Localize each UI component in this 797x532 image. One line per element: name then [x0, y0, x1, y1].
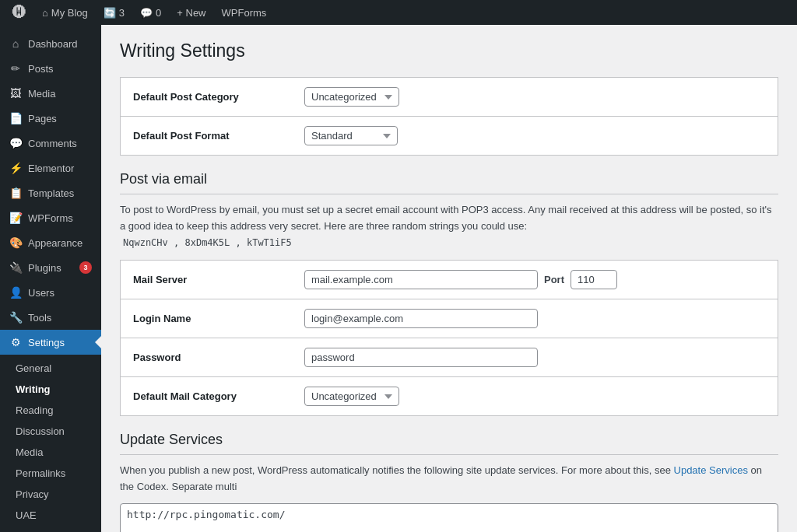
mail-server-input-group: Port	[304, 270, 765, 289]
sidebar-item-templates[interactable]: 📋 Templates	[0, 180, 101, 205]
updates-icon: 🔄	[104, 7, 116, 19]
update-services-textarea[interactable]: http://rpc.pingomatic.com/	[120, 503, 778, 532]
port-label: Port	[544, 274, 564, 285]
sidebar-item-settings[interactable]: ⚙ Settings	[0, 330, 101, 355]
comments-nav-icon: 💬	[9, 137, 22, 149]
default-post-category-select[interactable]: Uncategorized	[304, 87, 399, 107]
update-services-description: When you publish a new post, WordPress a…	[120, 463, 778, 495]
login-name-field	[304, 309, 765, 328]
submenu-reading[interactable]: Reading	[0, 400, 101, 421]
sidebar-item-posts[interactable]: ✏ Posts	[0, 56, 101, 81]
post-via-email-description: To post to WordPress by email, you must …	[120, 202, 778, 250]
default-mail-category-label: Default Mail Category	[133, 390, 304, 402]
posts-icon: ✏	[9, 62, 22, 75]
settings-arrow	[95, 336, 101, 348]
templates-icon: 📋	[9, 187, 22, 199]
login-name-input[interactable]	[304, 309, 538, 328]
sidebar-item-users[interactable]: 👤 Users	[0, 280, 101, 305]
sidebar-item-dashboard[interactable]: ⌂ Dashboard	[0, 31, 101, 56]
submenu-permalinks[interactable]: Permalinks	[0, 463, 101, 484]
mail-server-row: Mail Server Port	[120, 260, 778, 299]
plugins-icon: 🔌	[9, 261, 22, 274]
password-field	[304, 348, 765, 367]
sidebar-item-plugins[interactable]: 🔌 Plugins 3	[0, 255, 101, 280]
site-icon: ⌂	[42, 7, 48, 19]
post-via-email-title: Post via email	[120, 171, 778, 194]
main-content: Writing Settings Default Post Category U…	[101, 25, 797, 532]
submenu-discussion[interactable]: Discussion	[0, 421, 101, 442]
submenu-uae[interactable]: UAE	[0, 505, 101, 526]
adminbar-wp-logo[interactable]: 🅦	[6, 0, 33, 25]
submenu-media[interactable]: Media	[0, 442, 101, 463]
update-services-title: Update Services	[120, 432, 778, 455]
adminbar-comments[interactable]: 💬 0	[134, 0, 167, 25]
sidebar-item-appearance[interactable]: 🎨 Appearance	[0, 230, 101, 255]
adminbar-new[interactable]: + New	[170, 0, 212, 25]
pages-icon: 📄	[9, 112, 22, 124]
default-mail-category-row: Default Mail Category Uncategorized	[120, 376, 778, 416]
update-services-link[interactable]: Update Services	[674, 464, 748, 476]
sidebar-item-wpforms[interactable]: 📝 WPForms	[0, 205, 101, 230]
users-icon: 👤	[9, 286, 22, 299]
plugins-badge: 3	[79, 261, 92, 274]
adminbar-site-name[interactable]: ⌂ My Blog	[36, 0, 94, 25]
port-input[interactable]	[571, 270, 617, 289]
wp-logo-icon: 🅦	[12, 5, 26, 21]
sidebar: ⌂ Dashboard ✏ Posts 🖼 Media 📄 Pages 💬 Co…	[0, 25, 101, 532]
appearance-icon: 🎨	[9, 236, 22, 249]
admin-bar: 🅦 ⌂ My Blog 🔄 3 💬 0 + New WPForms	[0, 0, 797, 25]
mail-server-input[interactable]	[304, 270, 538, 289]
password-label: Password	[133, 352, 304, 363]
mail-server-field: Port	[304, 270, 765, 289]
settings-icon: ⚙	[9, 336, 22, 348]
default-post-category-label: Default Post Category	[133, 91, 304, 103]
sidebar-item-comments[interactable]: 💬 Comments	[0, 131, 101, 156]
password-input[interactable]	[304, 348, 538, 367]
sidebar-item-elementor[interactable]: ⚡ Elementor	[0, 156, 101, 180]
submenu-general[interactable]: General	[0, 358, 101, 379]
comments-icon: 💬	[140, 7, 153, 19]
settings-submenu: General Writing Reading Discussion Media…	[0, 355, 101, 529]
submenu-privacy[interactable]: Privacy	[0, 484, 101, 505]
default-post-format-field: Standard Aside Gallery Link Image Quote …	[304, 126, 765, 145]
login-name-label: Login Name	[133, 313, 304, 324]
default-post-format-label: Default Post Format	[133, 130, 304, 142]
login-name-row: Login Name	[120, 299, 778, 338]
default-mail-category-field: Uncategorized	[304, 387, 765, 406]
adminbar-wpforms[interactable]: WPForms	[216, 0, 273, 25]
default-post-category-field: Uncategorized	[304, 87, 765, 107]
adminbar-updates[interactable]: 🔄 3	[97, 0, 131, 25]
sidebar-item-pages[interactable]: 📄 Pages	[0, 106, 101, 131]
mail-server-label: Mail Server	[133, 274, 304, 285]
default-post-format-row: Default Post Format Standard Aside Galle…	[120, 116, 778, 156]
sidebar-item-media[interactable]: 🖼 Media	[0, 81, 101, 106]
default-post-category-row: Default Post Category Uncategorized	[120, 77, 778, 116]
page-title: Writing Settings	[120, 40, 778, 61]
dashboard-icon: ⌂	[9, 37, 22, 50]
password-row: Password	[120, 338, 778, 376]
sidebar-item-tools[interactable]: 🔧 Tools	[0, 305, 101, 330]
wpforms-icon: 📝	[9, 212, 22, 224]
tools-icon: 🔧	[9, 311, 22, 324]
default-mail-category-select[interactable]: Uncategorized	[304, 387, 399, 406]
default-post-format-select[interactable]: Standard Aside Gallery Link Image Quote …	[304, 126, 398, 145]
submenu-writing[interactable]: Writing	[0, 379, 101, 400]
media-icon: 🖼	[9, 87, 22, 100]
elementor-icon: ⚡	[9, 162, 22, 174]
